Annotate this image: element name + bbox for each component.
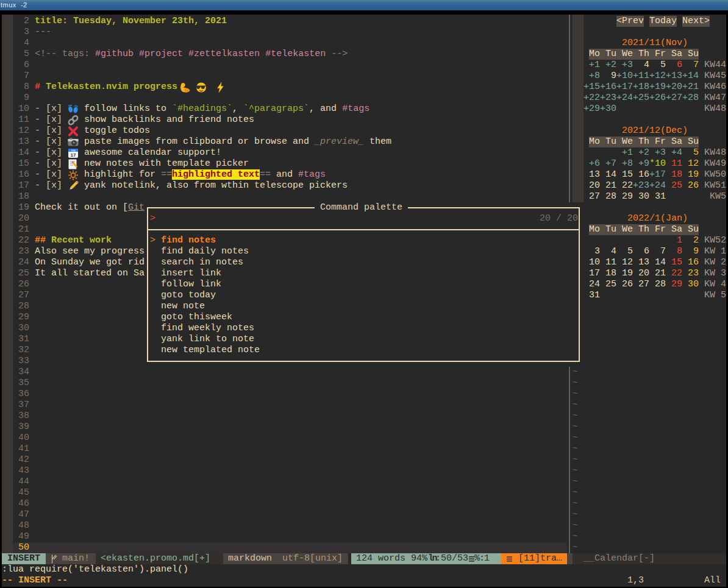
svg-text:17: 17 [71, 152, 76, 158]
svg-text:July: July [71, 149, 75, 152]
